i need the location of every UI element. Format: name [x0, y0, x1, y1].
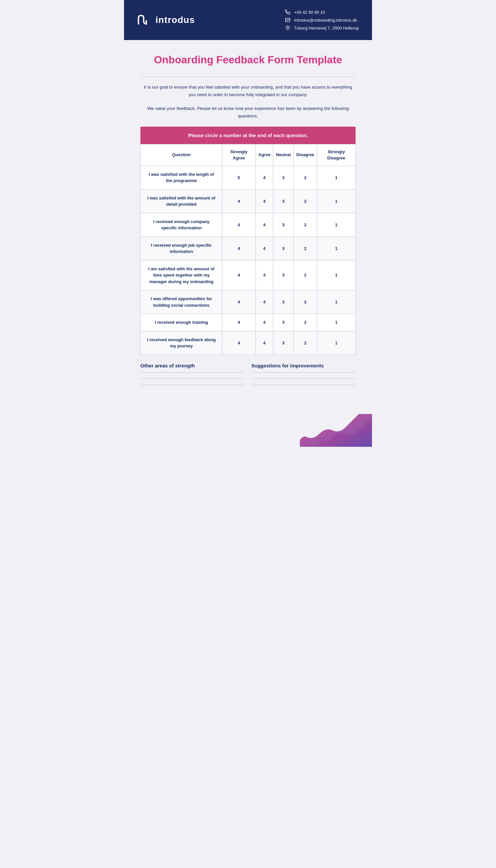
cell-strongly_disagree: 1 [317, 213, 356, 236]
location-icon [285, 25, 291, 31]
cell-neutral: 3 [273, 260, 294, 290]
cell-neutral: 3 [273, 290, 294, 314]
email-text: introdus@onboarding.introdus.dk [294, 18, 357, 22]
write-line-6 [251, 385, 356, 385]
cell-strongly_agree: 4 [222, 213, 255, 236]
cell-strongly_agree: 5 [222, 166, 255, 189]
question-cell: I received enough feedback along my jour… [141, 331, 222, 355]
col-header-agree: Agree [255, 144, 273, 166]
cell-agree: 4 [255, 189, 273, 213]
col-header-neutral: Neutral [273, 144, 294, 166]
cell-strongly_disagree: 1 [317, 260, 356, 290]
strengths-area: Other areas of strength [140, 363, 245, 391]
phone-text: +45 42 90 90 10 [294, 10, 325, 15]
question-cell: I was offered opportunities for building… [141, 290, 222, 314]
cell-agree: 4 [255, 236, 273, 260]
contact-email: introdus@onboarding.introdus.dk [285, 17, 359, 23]
logo-area: introdus [137, 13, 195, 27]
col-header-question: Question [141, 144, 222, 166]
cell-strongly_disagree: 1 [317, 290, 356, 314]
write-line-3 [140, 385, 245, 385]
title-divider [140, 77, 356, 77]
col-header-strongly-disagree: Strongly Disagree [317, 144, 356, 166]
logo-text: introdus [155, 15, 195, 25]
svg-point-1 [288, 27, 289, 28]
cell-strongly_agree: 4 [222, 260, 255, 290]
cell-neutral: 3 [273, 236, 294, 260]
col-header-disagree: Disagree [294, 144, 317, 166]
cell-strongly_agree: 4 [222, 331, 255, 355]
table-row: I received enough training44321 [141, 314, 356, 331]
footer-area [124, 407, 372, 447]
cell-disagree: 2 [294, 236, 317, 260]
cell-neutral: 3 [273, 213, 294, 236]
table-row: I am satisfied with the amount of time s… [141, 260, 356, 290]
cell-strongly_disagree: 1 [317, 236, 356, 260]
contact-info: +45 42 90 90 10 introdus@onboarding.intr… [285, 9, 359, 31]
email-icon [285, 17, 291, 23]
cell-neutral: 3 [273, 189, 294, 213]
table-row: I received enough job specific informati… [141, 236, 356, 260]
table-row: I was satisfied with the amount of detai… [141, 189, 356, 213]
cell-strongly_disagree: 1 [317, 189, 356, 213]
cell-strongly_agree: 4 [222, 314, 255, 331]
cell-agree: 4 [255, 166, 273, 189]
instruction-banner: Please circle a number at the end of eac… [140, 127, 356, 144]
table-header-row: Question Strongly Agree Agree Neutral Di… [141, 144, 356, 166]
write-line-4 [251, 372, 356, 373]
question-cell: I am satisfied with the amount of time s… [141, 260, 222, 290]
cell-disagree: 2 [294, 314, 317, 331]
table-row: I received enough company specific infor… [141, 213, 356, 236]
feedback-table: Question Strongly Agree Agree Neutral Di… [140, 144, 356, 355]
cell-strongly_disagree: 1 [317, 331, 356, 355]
intro-paragraph-2: We value your feedback. Please let us kn… [140, 105, 356, 120]
phone-icon [285, 9, 291, 15]
bottom-section: Other areas of strength Suggestions for … [140, 363, 356, 398]
write-line-2 [140, 378, 245, 379]
logo-icon [137, 13, 152, 27]
suggestions-label: Suggestions for improvements [251, 363, 356, 368]
write-line-5 [251, 378, 356, 379]
question-cell: I received enough company specific infor… [141, 213, 222, 236]
table-row: I received enough feedback along my jour… [141, 331, 356, 355]
cell-neutral: 3 [273, 314, 294, 331]
cell-strongly_disagree: 1 [317, 166, 356, 189]
cell-neutral: 3 [273, 166, 294, 189]
main-content: Onboarding Feedback Form Template It is … [124, 40, 372, 407]
cell-disagree: 2 [294, 189, 317, 213]
cell-agree: 4 [255, 331, 273, 355]
suggestions-area: Suggestions for improvements [251, 363, 356, 391]
cell-strongly_disagree: 1 [317, 314, 356, 331]
cell-disagree: 2 [294, 213, 317, 236]
table-row: I was satisfied with the length of the p… [141, 166, 356, 189]
question-cell: I received enough job specific informati… [141, 236, 222, 260]
cell-strongly_agree: 4 [222, 290, 255, 314]
page: introdus +45 42 90 90 10 introdus@ [124, 0, 372, 447]
strengths-label: Other areas of strength [140, 363, 245, 368]
contact-phone: +45 42 90 90 10 [285, 9, 359, 15]
wave-decoration [300, 414, 372, 447]
question-cell: I was satisfied with the length of the p… [141, 166, 222, 189]
cell-disagree: 2 [294, 290, 317, 314]
col-header-strongly-agree: Strongly Agree [222, 144, 255, 166]
write-line-1 [140, 372, 245, 373]
cell-disagree: 2 [294, 331, 317, 355]
cell-agree: 4 [255, 290, 273, 314]
page-title: Onboarding Feedback Form Template [140, 53, 356, 67]
cell-strongly_agree: 4 [222, 189, 255, 213]
table-row: I was offered opportunities for building… [141, 290, 356, 314]
cell-agree: 4 [255, 260, 273, 290]
header: introdus +45 42 90 90 10 introdus@ [124, 0, 372, 40]
question-cell: I was satisfied with the amount of detai… [141, 189, 222, 213]
cell-neutral: 3 [273, 331, 294, 355]
cell-disagree: 2 [294, 260, 317, 290]
cell-agree: 4 [255, 213, 273, 236]
cell-agree: 4 [255, 314, 273, 331]
cell-strongly_agree: 4 [222, 236, 255, 260]
cell-disagree: 2 [294, 166, 317, 189]
intro-paragraph-1: It is our goal to ensure that you feel s… [140, 84, 356, 99]
address-text: Tuborg Havnevej 7, 2900 Hellerup [294, 26, 359, 31]
question-cell: I received enough training [141, 314, 222, 331]
svg-rect-0 [286, 18, 290, 22]
contact-address: Tuborg Havnevej 7, 2900 Hellerup [285, 25, 359, 31]
